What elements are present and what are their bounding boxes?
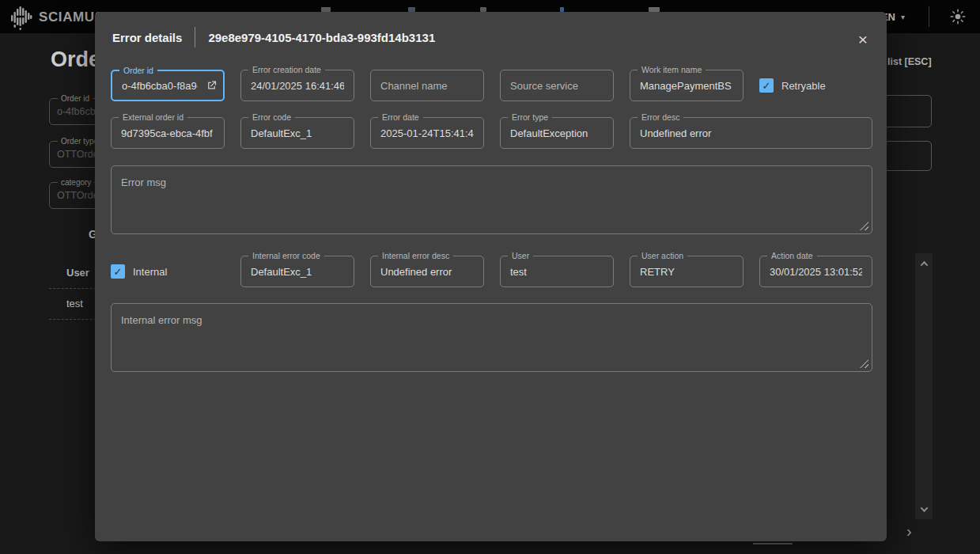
internal-error-desc-field[interactable]: Internal error desc — [370, 256, 484, 287]
waveform-brain-logo-icon — [9, 5, 33, 30]
page-title: Orde — [51, 47, 100, 72]
source-service-field[interactable] — [500, 70, 614, 101]
field-label: Error code — [248, 112, 295, 123]
order-id-field[interactable]: Order id — [111, 70, 225, 101]
background-field-fragment[interactable] — [881, 141, 932, 171]
field-label: Work item name — [638, 65, 706, 75]
field-label: Internal error code — [248, 251, 324, 261]
brand-logo[interactable]: SCIAMUS — [9, 5, 104, 30]
field-label: Order id — [58, 94, 93, 103]
field-value: OTTOrde — [57, 190, 99, 201]
user-field[interactable]: User — [500, 256, 614, 287]
error-date-field[interactable]: Error date — [370, 117, 484, 149]
back-to-list-link[interactable]: list [ESC] — [887, 56, 932, 67]
dialog-header: Error details 29e8e979-4105-4170-bda3-99… — [112, 23, 868, 51]
internal-error-msg-field[interactable] — [111, 303, 872, 372]
rows-per-page-underline — [753, 543, 793, 545]
paginator-next-button[interactable]: › — [906, 523, 912, 539]
field-label: Internal error desc — [378, 251, 453, 261]
scroll-down-button[interactable] — [915, 502, 933, 516]
checkbox-checked-icon: ✓ — [111, 264, 125, 279]
background-field-fragment[interactable] — [881, 95, 932, 127]
internal-checkbox[interactable]: ✓ Internal — [111, 256, 225, 287]
table-row[interactable]: test — [49, 289, 96, 320]
error-code-field[interactable]: Error code — [240, 117, 354, 149]
channel-name-field[interactable] — [370, 70, 484, 101]
title-divider — [195, 27, 195, 47]
close-button[interactable]: × — [858, 31, 868, 47]
open-in-new-icon[interactable] — [206, 80, 218, 92]
error-record-id: 29e8e979-4105-4170-bda3-993fd14b3131 — [208, 31, 435, 44]
external-order-id-field[interactable]: External order id — [111, 117, 225, 149]
table-header-user: User — [49, 258, 96, 289]
field-label: category — [58, 178, 94, 187]
field-label: User action — [638, 251, 687, 261]
source-service-input[interactable] — [501, 70, 613, 101]
retryable-checkbox[interactable]: ✓ Retryable — [759, 70, 826, 101]
field-label: Order id — [119, 66, 157, 76]
internal-error-code-field[interactable]: Internal error code — [240, 256, 354, 287]
brightness-sun-icon — [950, 9, 966, 25]
error-type-field[interactable]: Error type — [500, 117, 614, 149]
error-details-dialog: Error details 29e8e979-4105-4170-bda3-99… — [95, 12, 887, 541]
field-label: Error creation date — [248, 65, 325, 75]
scrollbar[interactable] — [915, 253, 933, 519]
field-value: OTTOrde — [57, 149, 99, 160]
topbar-divider — [929, 6, 929, 27]
checkbox-label: Retryable — [781, 80, 826, 92]
checkbox-label: Internal — [133, 266, 167, 278]
error-msg-textarea[interactable] — [112, 166, 872, 233]
theme-toggle-button[interactable] — [950, 9, 966, 25]
field-label: Error desc — [638, 112, 683, 123]
action-date-field[interactable]: Action date — [759, 256, 872, 287]
field-label: User — [508, 251, 533, 261]
dialog-title: Error details — [112, 31, 182, 44]
chevron-down-icon: ▾ — [901, 13, 905, 21]
work-item-name-field[interactable]: Work item name — [630, 70, 744, 101]
field-label: Error type — [508, 112, 552, 123]
error-creation-date-field[interactable]: Error creation date — [240, 70, 354, 101]
channel-name-input[interactable] — [371, 70, 483, 101]
user-action-field[interactable]: User action — [630, 256, 744, 287]
error-desc-field[interactable]: Error desc — [630, 117, 872, 149]
field-label: Action date — [767, 251, 817, 261]
chevron-up-icon — [920, 260, 928, 268]
internal-error-msg-textarea[interactable] — [112, 304, 872, 371]
field-value: o-4fb6cb — [57, 106, 96, 117]
error-msg-field[interactable] — [111, 165, 872, 234]
scroll-up-button[interactable] — [915, 256, 933, 271]
field-label: Error date — [378, 112, 423, 123]
checkbox-checked-icon: ✓ — [759, 78, 774, 93]
field-label: External order id — [119, 112, 187, 123]
chevron-down-icon — [920, 504, 928, 512]
